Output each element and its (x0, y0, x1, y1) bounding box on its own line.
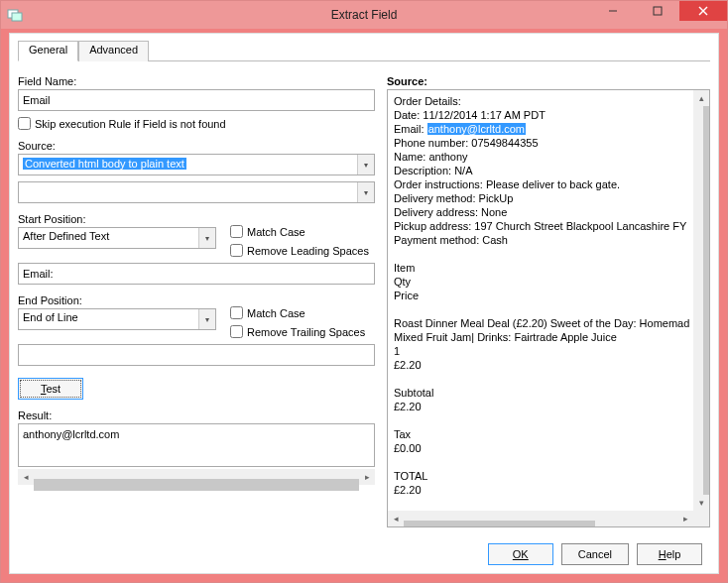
scroll-left-icon[interactable]: ◂ (388, 511, 404, 526)
skip-execution-check[interactable] (18, 117, 31, 130)
scroll-corner (693, 511, 709, 526)
source-label-left: Source: (18, 140, 375, 152)
source-line: Payment method: Cash (394, 233, 687, 247)
source-line: Qty (394, 275, 687, 289)
svg-rect-1 (12, 13, 22, 21)
scroll-down-icon[interactable]: ▾ (693, 495, 709, 511)
source-line: Order Details: (394, 94, 687, 108)
start-text-input[interactable] (18, 263, 375, 285)
scroll-left-icon[interactable]: ◂ (18, 469, 34, 485)
source-line: Item (394, 261, 687, 275)
result-value: anthony@lcrltd.com (23, 428, 119, 440)
client-area: General Advanced Field Name: Skip execut… (9, 33, 719, 574)
remove-leading-spaces-checkbox[interactable]: Remove Leading Spaces (230, 244, 375, 257)
test-button[interactable]: Test (18, 378, 83, 400)
end-position-combo[interactable]: End of Line ▾ (18, 308, 216, 330)
remove-trailing-check[interactable] (230, 325, 243, 338)
source-hscrollbar[interactable]: ◂ ▸ (388, 511, 693, 526)
source-panel: Order Details:Date: 11/12/2014 1:17 AM P… (387, 89, 710, 527)
source-line: Mixed Fruit Jam| Drinks: Fairtrade Apple… (394, 330, 687, 344)
tab-content: Field Name: Skip execution Rule if Field… (18, 61, 710, 527)
maximize-button[interactable] (635, 1, 679, 21)
skip-execution-checkbox[interactable]: Skip execution Rule if Field is not foun… (18, 117, 375, 130)
start-match-case-check[interactable] (230, 225, 243, 238)
right-column: Source: Order Details:Date: 11/12/2014 1… (387, 71, 710, 527)
source-line: 1 (394, 344, 687, 358)
source-combo-2[interactable]: ▾ (18, 181, 375, 203)
dialog-buttons: OK Cancel Help (488, 543, 702, 565)
end-position-label: End Position: (18, 294, 216, 306)
tab-general[interactable]: General (18, 41, 78, 61)
ok-button[interactable]: OK (488, 543, 553, 565)
start-match-case-label: Match Case (247, 226, 305, 238)
titlebar: Extract Field (1, 1, 727, 29)
source-line: Order instructions: Please deliver to ba… (394, 177, 687, 191)
end-match-case-label: Match Case (247, 307, 305, 319)
source-line (394, 302, 687, 316)
source-combo-1[interactable]: Converted html body to plain text ▾ (18, 154, 375, 175)
start-position-combo[interactable]: After Defined Text ▾ (18, 227, 216, 249)
source-line: TOTAL (394, 469, 687, 483)
skip-execution-label: Skip execution Rule if Field is not foun… (35, 118, 226, 130)
source-line (394, 247, 687, 261)
start-position-value: After Defined Text (23, 230, 109, 242)
source-line: Subtotal (394, 386, 687, 400)
source-line: £2.20 (394, 358, 687, 372)
source-line: Email: anthony@lcrltd.com (394, 122, 687, 136)
source-highlight: anthony@lcrltd.com (427, 123, 526, 135)
source-vscrollbar[interactable]: ▴ ▾ (693, 90, 709, 511)
close-button[interactable] (679, 1, 727, 21)
source-line: Pickup address: 197 Church Street Blackp… (394, 219, 687, 233)
source-line: Date: 11/12/2014 1:17 AM PDT (394, 108, 687, 122)
source-line: £2.20 (394, 400, 687, 413)
source-line: Tax (394, 427, 687, 441)
chevron-down-icon: ▾ (357, 182, 374, 202)
field-name-input[interactable] (18, 89, 375, 111)
source-combo-1-text: Converted html body to plain text (23, 158, 186, 170)
end-match-case-checkbox[interactable]: Match Case (230, 306, 375, 319)
field-name-label: Field Name: (18, 75, 375, 87)
result-label: Result: (18, 409, 375, 421)
source-panel-label: Source: (387, 75, 710, 87)
scroll-right-icon[interactable]: ▸ (677, 511, 693, 526)
chevron-down-icon: ▾ (357, 155, 374, 175)
source-line: £2.20 (394, 483, 687, 497)
chevron-down-icon: ▾ (198, 228, 215, 248)
tab-advanced[interactable]: Advanced (78, 41, 149, 61)
source-line: Roast Dinner Meal Deal (£2.20) Sweet of … (394, 316, 687, 330)
source-line (394, 372, 687, 386)
tab-strip: General Advanced (18, 40, 710, 61)
source-line (394, 455, 687, 469)
scroll-up-icon[interactable]: ▴ (693, 90, 709, 106)
window-frame: Extract Field General Advanced Field Nam… (0, 0, 728, 583)
scroll-right-icon[interactable]: ▸ (359, 469, 375, 485)
start-match-case-checkbox[interactable]: Match Case (230, 225, 375, 238)
remove-leading-check[interactable] (230, 244, 243, 257)
cancel-button[interactable]: Cancel (561, 543, 629, 565)
chevron-down-icon: ▾ (198, 309, 215, 329)
source-line: Name: anthony (394, 150, 687, 164)
remove-trailing-spaces-checkbox[interactable]: Remove Trailing Spaces (230, 325, 375, 338)
source-line: Description: N/A (394, 164, 687, 177)
end-text-input[interactable] (18, 344, 375, 366)
end-position-value: End of Line (23, 311, 78, 323)
start-position-label: Start Position: (18, 213, 216, 225)
source-line (394, 413, 687, 427)
left-column: Field Name: Skip execution Rule if Field… (18, 71, 375, 527)
source-content: Order Details:Date: 11/12/2014 1:17 AM P… (388, 90, 693, 511)
source-line: Delivery method: PickUp (394, 191, 687, 205)
window-controls (590, 1, 727, 21)
source-line: Phone number: 07549844355 (394, 136, 687, 150)
svg-rect-3 (654, 7, 662, 15)
help-button[interactable]: Help (637, 543, 702, 565)
result-hscrollbar[interactable]: ◂ ▸ (18, 469, 375, 485)
remove-leading-label: Remove Leading Spaces (247, 245, 369, 257)
result-output: anthony@lcrltd.com (18, 423, 375, 467)
minimize-button[interactable] (590, 1, 635, 21)
app-icon (7, 7, 23, 23)
source-line: £0.00 (394, 441, 687, 455)
end-match-case-check[interactable] (230, 306, 243, 319)
remove-trailing-label: Remove Trailing Spaces (247, 326, 365, 338)
source-line: Price (394, 289, 687, 302)
source-line: Delivery address: None (394, 205, 687, 219)
